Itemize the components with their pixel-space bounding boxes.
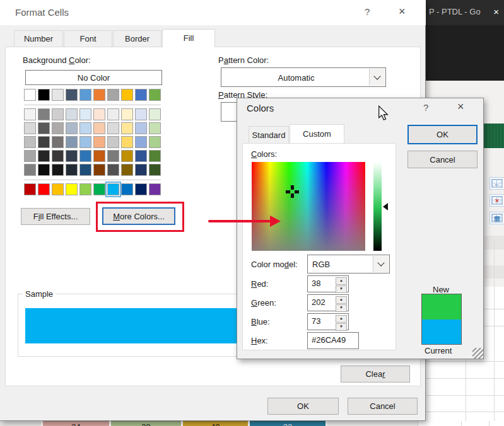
excel-close-button[interactable]: ×: [493, 6, 499, 17]
worksheet-cell[interactable]: 24: [43, 421, 109, 426]
palette-swatch[interactable]: [93, 164, 105, 176]
green-input[interactable]: [308, 295, 336, 307]
tab-fill[interactable]: Fill: [162, 29, 215, 47]
palette-swatch[interactable]: [79, 122, 91, 134]
palette-swatch[interactable]: [66, 164, 78, 176]
spin-down-icon[interactable]: ▼: [336, 285, 347, 293]
worksheet-cell[interactable]: [327, 421, 418, 426]
ok-button[interactable]: OK: [407, 125, 478, 144]
palette-swatch[interactable]: [135, 164, 147, 176]
palette-swatch[interactable]: [79, 150, 91, 162]
palette-swatch[interactable]: [135, 136, 147, 148]
hex-input[interactable]: [308, 333, 357, 345]
palette-swatch[interactable]: [93, 122, 105, 134]
palette-swatch[interactable]: [107, 136, 119, 148]
palette-swatch[interactable]: [121, 122, 133, 134]
palette-swatch[interactable]: [107, 108, 119, 120]
spin-down-icon[interactable]: ▼: [336, 304, 347, 312]
palette-swatch[interactable]: [93, 183, 105, 195]
worksheet-cell[interactable]: 40: [183, 421, 248, 426]
palette-swatch[interactable]: [121, 183, 133, 195]
palette-swatch[interactable]: [24, 136, 36, 148]
cancel-button[interactable]: Cancel: [407, 151, 478, 168]
tab-font[interactable]: Font: [64, 30, 112, 47]
spin-up-icon[interactable]: ▲: [336, 315, 347, 323]
palette-swatch[interactable]: [93, 150, 105, 162]
palette-swatch[interactable]: [24, 150, 36, 162]
worksheet-cell[interactable]: 28: [111, 421, 181, 426]
palette-swatch[interactable]: [52, 164, 64, 176]
palette-swatch[interactable]: [38, 108, 50, 120]
palette-swatch[interactable]: [52, 183, 64, 195]
table-left-arrow-icon[interactable]: ←: [489, 177, 504, 190]
worksheet-cell[interactable]: [489, 421, 500, 426]
palette-swatch[interactable]: [24, 89, 36, 101]
palette-swatch[interactable]: [38, 150, 50, 162]
palette-swatch[interactable]: [121, 89, 133, 101]
palette-swatch[interactable]: [66, 108, 78, 120]
palette-swatch[interactable]: [52, 136, 64, 148]
palette-swatch[interactable]: [52, 150, 64, 162]
tab-standard[interactable]: Standard: [249, 126, 289, 143]
palette-swatch[interactable]: [149, 150, 161, 162]
hex-field[interactable]: [307, 332, 359, 349]
palette-swatch[interactable]: [149, 122, 161, 134]
palette-swatch[interactable]: [107, 89, 119, 101]
palette-swatch[interactable]: [149, 183, 161, 195]
palette-swatch[interactable]: [79, 164, 91, 176]
palette-swatch[interactable]: [38, 122, 50, 134]
palette-swatch[interactable]: [135, 89, 147, 101]
dropdown-button[interactable]: [369, 69, 385, 86]
pattern-color-dropdown[interactable]: Automatic: [221, 67, 386, 87]
palette-swatch[interactable]: [38, 89, 50, 101]
color-model-dropdown[interactable]: RGB: [307, 255, 390, 273]
red-spinner[interactable]: ▲ ▼: [307, 275, 349, 292]
palette-swatch[interactable]: [24, 183, 36, 195]
palette-swatch[interactable]: [149, 164, 161, 176]
resize-grip[interactable]: [472, 348, 483, 359]
palette-swatch[interactable]: [107, 183, 119, 195]
tab-custom[interactable]: Custom: [290, 124, 344, 143]
palette-swatch[interactable]: [107, 150, 119, 162]
palette-swatch[interactable]: [24, 122, 36, 134]
palette-swatch[interactable]: [93, 89, 105, 101]
color-gradient-field[interactable]: [252, 162, 365, 251]
tab-border[interactable]: Border: [113, 30, 161, 47]
palette-swatch[interactable]: [66, 89, 78, 101]
palette-swatch[interactable]: [52, 108, 64, 120]
palette-swatch[interactable]: [38, 183, 50, 195]
palette-swatch[interactable]: [79, 108, 91, 120]
close-button[interactable]: ×: [399, 6, 406, 17]
palette-swatch[interactable]: [66, 136, 78, 148]
dropdown-button[interactable]: [373, 256, 389, 272]
help-button[interactable]: ?: [365, 6, 370, 17]
worksheet-cell[interactable]: [0, 421, 41, 426]
spin-up-icon[interactable]: ▲: [336, 296, 347, 304]
palette-swatch[interactable]: [149, 136, 161, 148]
worksheet-cell[interactable]: 23: [250, 421, 325, 426]
palette-swatch[interactable]: [79, 89, 91, 101]
palette-swatch[interactable]: [135, 150, 147, 162]
palette-swatch[interactable]: [93, 108, 105, 120]
table-border-icon[interactable]: ▦: [489, 212, 504, 224]
clear-button[interactable]: Clear: [341, 366, 410, 383]
close-button[interactable]: ×: [457, 101, 464, 112]
palette-swatch[interactable]: [66, 122, 78, 134]
palette-swatch[interactable]: [107, 122, 119, 134]
palette-swatch[interactable]: [38, 164, 50, 176]
cancel-button[interactable]: Cancel: [348, 398, 418, 415]
palette-swatch[interactable]: [24, 164, 36, 176]
palette-swatch[interactable]: [24, 108, 36, 120]
fill-effects-button[interactable]: Fill Effects...: [21, 208, 90, 225]
palette-swatch[interactable]: [107, 164, 119, 176]
palette-swatch[interactable]: [121, 136, 133, 148]
palette-swatch[interactable]: [121, 164, 133, 176]
spin-up-icon[interactable]: ▲: [336, 277, 347, 285]
palette-swatch[interactable]: [93, 136, 105, 148]
palette-swatch[interactable]: [121, 108, 133, 120]
red-input[interactable]: [308, 276, 336, 288]
palette-swatch[interactable]: [66, 150, 78, 162]
ok-button[interactable]: OK: [267, 398, 339, 415]
luminance-bar[interactable]: [373, 162, 382, 251]
palette-swatch[interactable]: [149, 108, 161, 120]
